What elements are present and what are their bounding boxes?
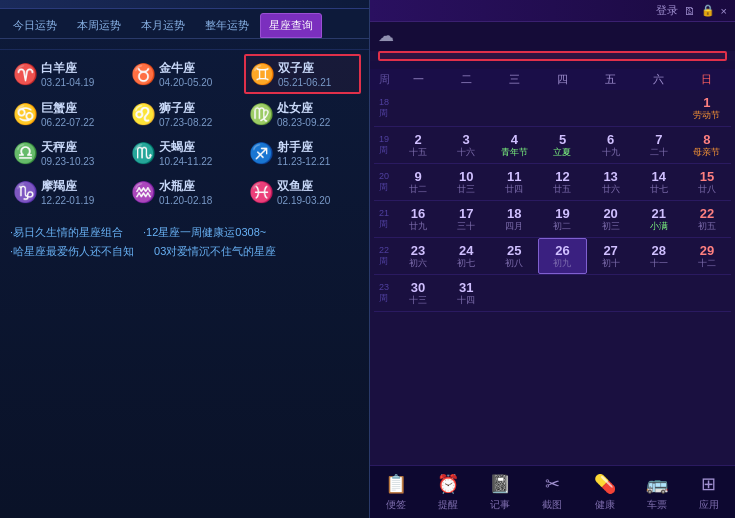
cal-day[interactable]: 26 初九	[538, 238, 586, 274]
weekday-sat: 六	[635, 70, 683, 89]
cal-day[interactable]: 7 二十	[635, 127, 683, 163]
day-number: 1	[703, 95, 710, 111]
zodiac-info: 双鱼座 02.19-03.20	[277, 178, 330, 206]
cal-day[interactable]: 10 廿三	[442, 164, 490, 200]
zodiac-item-摩羯座[interactable]: ♑ 摩羯座 12.22-01.19	[8, 173, 125, 211]
zodiac-symbol: ♋	[13, 102, 37, 126]
nav-tab-整年运势[interactable]: 整年运势	[196, 13, 258, 38]
toolbar-item-记事[interactable]: 📓 记事	[482, 470, 518, 514]
zodiac-item-天秤座[interactable]: ♎ 天秤座 09.23-10.23	[8, 134, 125, 172]
ent-link[interactable]: ·哈星座最爱伤人还不自知	[10, 244, 134, 259]
login-button[interactable]: 登录	[656, 3, 678, 18]
toolbar-icon-便签: 📋	[384, 472, 408, 496]
lunar-highlight-box	[378, 51, 727, 61]
cal-day[interactable]: 9 廿二	[394, 164, 442, 200]
ent-link[interactable]: 03对爱情沉不住气的星座	[154, 244, 276, 259]
cal-day[interactable]: 12 廿五	[538, 164, 586, 200]
cal-day[interactable]: 15 廿八	[683, 164, 731, 200]
toolbar-item-便签[interactable]: 📋 便签	[378, 470, 414, 514]
zodiac-info: 射手座 11.23-12.21	[277, 139, 330, 167]
zodiac-name: 水瓶座	[159, 178, 212, 195]
cal-day[interactable]: 19 初二	[538, 201, 586, 237]
day-number: 22	[700, 206, 714, 222]
nav-tab-星座查询[interactable]: 星座查询	[260, 13, 322, 38]
weather-time-bar: ☁	[370, 22, 735, 51]
zodiac-date: 02.19-03.20	[277, 195, 330, 206]
lock-button[interactable]: 🔒	[701, 4, 715, 17]
cal-day[interactable]: 13 廿六	[587, 164, 635, 200]
zodiac-info: 摩羯座 12.22-01.19	[41, 178, 94, 206]
toolbar-item-提醒[interactable]: ⏰ 提醒	[430, 470, 466, 514]
cal-day[interactable]: 1 劳动节	[683, 90, 731, 126]
cal-day[interactable]: 25 初八	[490, 238, 538, 274]
zodiac-item-射手座[interactable]: ♐ 射手座 11.23-12.21	[244, 134, 361, 172]
day-lunar: 二十	[650, 147, 668, 158]
right-header: 登录 🖻 🔒 ×	[370, 0, 735, 22]
cal-day[interactable]: 30 十三	[394, 275, 442, 311]
day-number: 28	[652, 243, 666, 259]
day-lunar: 小满	[650, 221, 668, 232]
day-lunar: 初七	[457, 258, 475, 269]
cal-day[interactable]: 14 廿七	[635, 164, 683, 200]
zodiac-item-双子座[interactable]: ♊ 双子座 05.21-06.21	[244, 54, 361, 94]
cal-row-label: 23周	[374, 275, 394, 311]
day-number: 21	[652, 206, 666, 222]
cal-day[interactable]: 17 三十	[442, 201, 490, 237]
zodiac-item-巨蟹座[interactable]: ♋ 巨蟹座 06.22-07.22	[8, 95, 125, 133]
zodiac-item-双鱼座[interactable]: ♓ 双鱼座 02.19-03.20	[244, 173, 361, 211]
cal-day[interactable]: 3 十六	[442, 127, 490, 163]
cal-grid: 18周 1 劳动节 19周 2 十五 3 十六 4 青年节 5 立夏 6 十九 …	[370, 90, 735, 465]
zodiac-item-水瓶座[interactable]: ♒ 水瓶座 01.20-02.18	[126, 173, 243, 211]
cal-row: 21周 16 廿九 17 三十 18 四月 19 初二 20 初三 21 小满 …	[374, 201, 731, 238]
left-panel: 今日运势本周运势本月运势整年运势星座查询 ♈ 白羊座 03.21-04.19 ♉…	[0, 0, 370, 518]
zodiac-item-天蝎座[interactable]: ♏ 天蝎座 10.24-11.22	[126, 134, 243, 172]
zodiac-symbol: ♑	[13, 180, 37, 204]
cal-day[interactable]: 4 青年节	[490, 127, 538, 163]
image-button[interactable]: 🖻	[684, 5, 695, 17]
cal-day[interactable]: 8 母亲节	[683, 127, 731, 163]
day-lunar: 十六	[457, 147, 475, 158]
weekday-wed: 三	[490, 70, 538, 89]
zodiac-name: 摩羯座	[41, 178, 94, 195]
toolbar-item-截图[interactable]: ✂ 截图	[534, 470, 570, 514]
cal-day[interactable]: 16 廿九	[394, 201, 442, 237]
close-button[interactable]: ×	[721, 5, 727, 17]
cal-day[interactable]: 5 立夏	[538, 127, 586, 163]
cal-day[interactable]: 24 初七	[442, 238, 490, 274]
cal-day[interactable]: 20 初三	[587, 201, 635, 237]
more-link[interactable]	[0, 263, 369, 267]
cal-day[interactable]: 23 初六	[394, 238, 442, 274]
toolbar-item-车票[interactable]: 🚌 车票	[639, 470, 675, 514]
nav-tab-今日运势[interactable]: 今日运势	[4, 13, 66, 38]
cal-day[interactable]: 29 十二	[683, 238, 731, 274]
cal-day[interactable]: 31 十四	[442, 275, 490, 311]
cal-day[interactable]: 28 十一	[635, 238, 683, 274]
cal-day[interactable]: 6 十九	[587, 127, 635, 163]
right-controls: 登录 🖻 🔒 ×	[656, 3, 727, 18]
toolbar-item-健康[interactable]: 💊 健康	[587, 470, 623, 514]
zodiac-symbol: ♈	[13, 62, 37, 86]
weekday-fri: 五	[587, 70, 635, 89]
day-number: 6	[607, 132, 614, 148]
day-lunar: 廿八	[698, 184, 716, 195]
cal-day[interactable]: 2 十五	[394, 127, 442, 163]
nav-tab-本周运势[interactable]: 本周运势	[68, 13, 130, 38]
nav-tab-本月运势[interactable]: 本月运势	[132, 13, 194, 38]
zodiac-item-金牛座[interactable]: ♉ 金牛座 04.20-05.20	[126, 54, 243, 94]
ent-link[interactable]: ·易日久生情的星座组合	[10, 225, 123, 240]
toolbar-item-应用[interactable]: ⊞ 应用	[691, 470, 727, 514]
section-title	[0, 39, 369, 50]
cal-day[interactable]: 18 四月	[490, 201, 538, 237]
weekday-tue: 二	[442, 70, 490, 89]
day-lunar: 立夏	[553, 147, 571, 158]
zodiac-item-处女座[interactable]: ♍ 处女座 08.23-09.22	[244, 95, 361, 133]
cal-day[interactable]: 11 廿四	[490, 164, 538, 200]
zodiac-item-狮子座[interactable]: ♌ 狮子座 07.23-08.22	[126, 95, 243, 133]
ent-link[interactable]: ·12星座一周健康运0308~	[143, 225, 266, 240]
cal-day[interactable]: 21 小满	[635, 201, 683, 237]
cal-day[interactable]: 22 初五	[683, 201, 731, 237]
zodiac-item-白羊座[interactable]: ♈ 白羊座 03.21-04.19	[8, 54, 125, 94]
cal-day	[490, 275, 538, 311]
cal-day[interactable]: 27 初十	[587, 238, 635, 274]
cal-row-label: 19周	[374, 127, 394, 163]
